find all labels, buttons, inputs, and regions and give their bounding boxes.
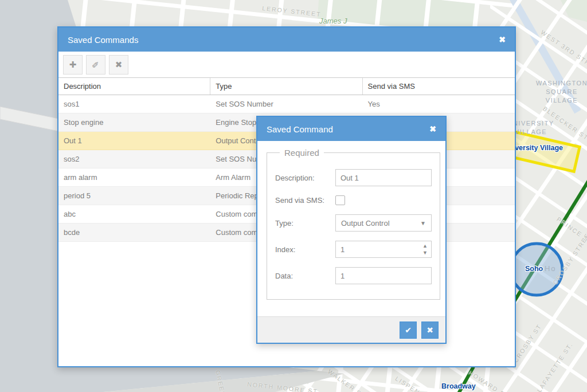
type-select-value: Output Control: [341, 219, 390, 228]
cell-description: bcde: [58, 224, 210, 241]
column-header-sms: Send via SMS: [363, 78, 515, 95]
sms-label: Send via SMS:: [275, 196, 335, 205]
area-label-line: WASHINGTON: [531, 79, 587, 88]
cancel-button[interactable]: ✖: [421, 322, 439, 339]
delete-icon: ✖: [115, 60, 123, 70]
cell-type: Set SOS Number: [210, 95, 362, 113]
cell-description: Out 1: [58, 132, 210, 150]
index-row: Index: 1 ▲ ▼: [275, 241, 432, 258]
saved-command-body: Required Description: Send via SMS: Type…: [257, 141, 445, 316]
commands-toolbar: ✚ ✎ ✖: [58, 52, 515, 77]
chevron-down-icon: ▼: [420, 220, 426, 226]
column-header-type: Type: [210, 78, 362, 95]
cell-description: Stop engine: [58, 113, 210, 131]
park-label-james: James J: [319, 17, 347, 25]
close-icon[interactable]: ✖: [499, 36, 506, 44]
confirm-button[interactable]: ✔: [400, 322, 417, 339]
cancel-icon: ✖: [426, 326, 433, 335]
saved-command-dialog: Saved Command ✖ Required Description: Se…: [256, 116, 447, 344]
cell-description: period 5: [58, 187, 210, 205]
cell-sms: Yes: [363, 95, 515, 113]
description-input[interactable]: [335, 169, 432, 186]
stepper-arrows: ▲ ▼: [422, 242, 428, 256]
saved-command-title: Saved Command: [267, 124, 333, 134]
type-label: Type:: [275, 219, 335, 228]
app-window: LEROY STREET James J WEST 3RD STREET WAS…: [0, 0, 587, 392]
edit-command-button[interactable]: ✎: [86, 55, 105, 75]
close-icon[interactable]: ✖: [429, 125, 436, 133]
saved-command-footer: ✔ ✖: [257, 316, 445, 343]
index-value: 1: [341, 245, 345, 254]
cell-description: arm alarm: [58, 168, 210, 186]
type-select[interactable]: Output Control ▼: [335, 214, 432, 232]
table-row[interactable]: sos1 Set SOS Number Yes: [58, 95, 515, 113]
data-label: Data:: [275, 272, 335, 280]
cell-description: sos2: [58, 150, 210, 168]
geofence-label-soho[interactable]: Soho: [525, 265, 543, 273]
pencil-icon: ✎: [91, 61, 101, 68]
stepper-down-icon[interactable]: ▼: [422, 249, 428, 256]
delete-command-button[interactable]: ✖: [109, 55, 128, 75]
required-legend: Required: [280, 148, 324, 158]
required-section: Required Description: Send via SMS: Type…: [267, 148, 440, 300]
add-command-button[interactable]: ✚: [63, 55, 83, 75]
description-row: Description:: [275, 169, 432, 186]
plus-icon: ✚: [69, 60, 77, 70]
table-header-row: Description Type Send via SMS: [58, 78, 515, 95]
stepper-up-icon[interactable]: ▲: [422, 242, 428, 249]
description-label: Description:: [275, 174, 335, 182]
area-label-washington-square: WASHINGTON SQUARE VILLAGE: [531, 79, 587, 105]
checkmark-icon: ✔: [405, 326, 412, 335]
column-header-description: Description: [58, 78, 210, 95]
data-row: Data:: [275, 267, 432, 284]
cell-description: sos1: [58, 95, 210, 113]
type-row: Type: Output Control ▼: [275, 214, 432, 232]
area-label-line: VILLAGE: [531, 96, 587, 105]
data-input[interactable]: [335, 267, 432, 284]
index-stepper[interactable]: 1 ▲ ▼: [335, 241, 432, 258]
saved-commands-title: Saved Commands: [68, 35, 138, 45]
index-label: Index:: [275, 245, 335, 254]
cell-description: abc: [58, 205, 210, 223]
saved-command-header[interactable]: Saved Command ✖: [257, 117, 445, 141]
sms-row: Send via SMS:: [275, 195, 432, 205]
geofence-label-broadway[interactable]: Broadway: [441, 382, 476, 390]
sms-checkbox[interactable]: [335, 195, 345, 205]
saved-commands-header[interactable]: Saved Commands ✖: [58, 28, 515, 52]
area-label-line: SQUARE: [531, 88, 587, 96]
